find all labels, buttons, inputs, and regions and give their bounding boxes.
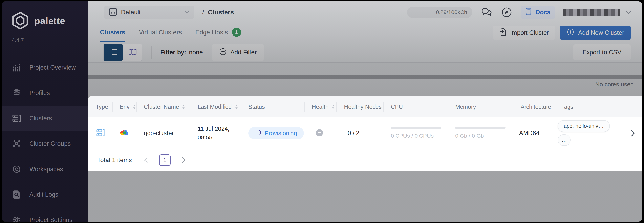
sidebar-item-project-overview[interactable]: Project Overview	[2, 55, 88, 80]
filter-bar: Filter by: none Add Filter Export to CSV	[88, 43, 642, 63]
project-selector[interactable]: Default	[104, 6, 194, 19]
cluster-name: gcp-cluster	[144, 130, 174, 137]
screen-frame: palette 4.4.7 Project Over	[0, 0, 644, 223]
list-view-button[interactable]	[104, 44, 123, 61]
add-filter-button[interactable]: Add Filter	[212, 44, 264, 61]
sidebar-item-project-settings[interactable]: Project Settings	[2, 207, 88, 222]
column-header-healthy-nodes[interactable]: Healthy Nodes	[336, 96, 383, 117]
tabs-row: Clusters Virtual Clusters Edge Hosts 1	[88, 24, 642, 43]
filter-by-value: none	[189, 49, 203, 56]
docs-link[interactable]: Docs	[521, 6, 555, 19]
table-row[interactable]: gcp-cluster 11 Jul 2024, 08:55	[88, 117, 642, 149]
sidebar-item-label: Clusters	[29, 115, 52, 122]
cell-health	[304, 129, 336, 137]
table-footer: Total 1 items 1	[88, 149, 642, 171]
cpu-usage-label: 0 CPUs / 0 CPUs	[391, 133, 434, 139]
logo-block: palette 4.4.7	[2, 1, 88, 44]
modified-time: 08:55	[198, 133, 230, 142]
spinner-icon	[255, 129, 261, 137]
network-nodes-icon	[12, 139, 22, 148]
project-chart-icon	[109, 8, 117, 17]
status-label: Provisioning	[265, 130, 297, 136]
export-to-csv-label: Export to CSV	[582, 49, 622, 56]
pagination-page-1[interactable]: 1	[159, 154, 170, 166]
gear-icon	[12, 215, 22, 222]
table-header: Type Env Cluster Name Last Modified	[88, 96, 642, 117]
breadcrumb-current: Clusters	[208, 9, 234, 16]
column-label: Cluster Name	[144, 104, 179, 110]
column-header-type[interactable]: Type	[88, 96, 112, 117]
column-label: Memory	[455, 104, 476, 110]
sidebar-item-audit-logs[interactable]: Audit Logs	[2, 182, 88, 207]
sidebar-item-label: Project Settings	[29, 216, 72, 222]
column-header-cluster-name[interactable]: Cluster Name	[136, 96, 190, 117]
cell-cpu: 0 CPUs / 0 CPUs	[383, 127, 448, 139]
cell-type	[88, 128, 112, 138]
cell-healthy-nodes: 0 / 2	[336, 130, 383, 137]
column-header-memory[interactable]: Memory	[448, 96, 513, 117]
top-bar: Default / Clusters 0.29/100kCh	[88, 1, 642, 24]
column-header-cpu[interactable]: CPU	[383, 96, 448, 117]
column-header-status[interactable]: Status	[241, 96, 304, 117]
tab-virtual-clusters[interactable]: Virtual Clusters	[139, 24, 182, 42]
column-header-health[interactable]: Health	[304, 96, 336, 117]
cell-tags: app: hello-univ… …	[554, 120, 623, 146]
edge-hosts-count-badge: 1	[232, 28, 241, 37]
cores-usage-strip	[88, 75, 642, 79]
pagination-next-icon[interactable]	[182, 157, 186, 163]
column-header-architecture[interactable]: Architecture	[513, 96, 554, 117]
chat-icon[interactable]	[481, 7, 492, 17]
view-toggle	[103, 44, 142, 61]
tab-label: Virtual Clusters	[139, 29, 182, 36]
sidebar-item-workspaces[interactable]: Workspaces	[2, 156, 88, 182]
cell-architecture: AMD64	[513, 130, 554, 137]
memory-usage-bar	[455, 127, 506, 129]
cell-cluster-name[interactable]: gcp-cluster	[136, 130, 190, 137]
column-label: Last Modified	[198, 104, 232, 110]
database-icon	[12, 89, 22, 98]
content-region: No cores used. Type Env Cluster Name	[88, 63, 642, 222]
divider	[151, 46, 152, 59]
docs-label: Docs	[536, 9, 550, 16]
plus-circle-icon	[566, 28, 574, 38]
row-chevron-right-icon[interactable]	[623, 129, 642, 137]
map-view-icon	[128, 49, 136, 56]
sidebar-item-label: Profiles	[29, 90, 50, 97]
tab-edge-hosts[interactable]: Edge Hosts 1	[195, 24, 241, 42]
tab-clusters[interactable]: Clusters	[100, 24, 126, 42]
import-cluster-button[interactable]: Import Cluster	[493, 26, 555, 40]
pagination-prev-icon[interactable]	[144, 157, 148, 163]
column-label: Architecture	[520, 104, 551, 110]
sidebar-item-clusters[interactable]: Clusters	[2, 106, 88, 131]
status-badge: Provisioning	[248, 127, 304, 139]
project-selector-value: Default	[121, 9, 140, 16]
sidebar-item-label: Workspaces	[29, 166, 63, 173]
user-menu-chevron-icon[interactable]	[625, 11, 631, 14]
column-header-tags[interactable]: Tags	[554, 96, 623, 117]
tag-pill[interactable]: app: hello-univ…	[558, 120, 610, 132]
modified-date: 11 Jul 2024,	[198, 124, 230, 133]
column-header-env[interactable]: Env	[112, 96, 136, 117]
total-items-label: Total 1 items	[97, 156, 132, 164]
cell-status: Provisioning	[241, 127, 304, 139]
column-header-actions	[623, 96, 642, 117]
sidebar-nav: Project Overview Profiles	[2, 55, 88, 222]
add-new-cluster-button[interactable]: Add New Cluster	[560, 26, 630, 40]
add-new-cluster-label: Add New Cluster	[578, 29, 624, 36]
sidebar-item-cluster-groups[interactable]: Cluster Groups	[2, 131, 88, 156]
column-header-last-modified[interactable]: Last Modified	[190, 96, 241, 117]
map-view-button[interactable]	[123, 44, 142, 61]
import-icon	[500, 28, 507, 38]
column-label: Health	[312, 104, 328, 110]
no-cores-message: No cores used.	[595, 81, 635, 88]
column-label: Type	[96, 104, 108, 110]
sort-icon	[332, 104, 335, 109]
user-name-redacted[interactable]	[563, 9, 620, 16]
export-to-csv-button[interactable]: Export to CSV	[574, 45, 630, 60]
clusters-table-card: Type Env Cluster Name Last Modified	[88, 96, 642, 171]
bar-chart-icon	[12, 63, 22, 72]
sidebar-item-profiles[interactable]: Profiles	[2, 80, 88, 106]
healthy-nodes-value: 0 / 2	[348, 130, 360, 137]
more-tags-button[interactable]: …	[558, 134, 571, 146]
compass-icon[interactable]	[501, 7, 512, 18]
